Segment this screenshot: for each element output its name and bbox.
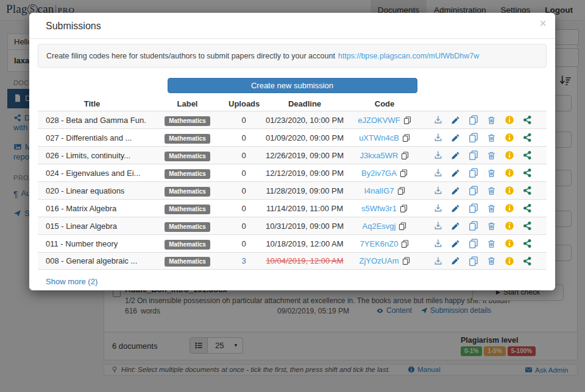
- delete-icon[interactable]: [487, 151, 496, 160]
- submission-title: 016 - Matrix Algebra: [38, 204, 146, 213]
- share-icon[interactable]: [522, 239, 532, 248]
- modal-header: Submissions ×: [29, 13, 555, 39]
- info-icon[interactable]: [505, 203, 514, 213]
- submission-code-link[interactable]: eJZOKVWF: [358, 116, 400, 125]
- duplicate-icon[interactable]: [469, 115, 478, 125]
- delete-icon[interactable]: [487, 222, 496, 231]
- share-icon[interactable]: [522, 186, 532, 195]
- duplicate-icon[interactable]: [469, 203, 478, 213]
- info-icon[interactable]: [505, 168, 514, 178]
- submission-row: 027 - Differentials and ... Mathematics …: [38, 128, 547, 146]
- show-more-link[interactable]: Show more (2): [46, 277, 98, 286]
- submission-row: 016 - Matrix Algebra Mathematics 0 11/14…: [38, 199, 547, 217]
- label-badge: Mathematics: [165, 134, 210, 144]
- submission-code-link[interactable]: 7YEK6nZ0: [360, 239, 399, 248]
- download-icon[interactable]: [433, 221, 443, 231]
- submission-label-cell: Mathematics: [146, 116, 229, 125]
- edit-icon[interactable]: [451, 116, 460, 125]
- label-badge: Mathematics: [165, 257, 210, 267]
- edit-icon[interactable]: [451, 222, 460, 231]
- delete-icon[interactable]: [487, 169, 496, 178]
- copy-code-icon[interactable]: [399, 222, 406, 231]
- edit-icon[interactable]: [451, 169, 460, 178]
- row-actions: [419, 150, 547, 160]
- download-icon[interactable]: [433, 186, 443, 195]
- submission-code-link[interactable]: I4nalIG7: [364, 186, 394, 195]
- download-icon[interactable]: [433, 133, 443, 142]
- submission-code-link[interactable]: By2iv7GA: [361, 169, 397, 178]
- share-icon[interactable]: [522, 150, 532, 160]
- modal-body: Create filing codes here for students/au…: [29, 44, 555, 286]
- label-badge: Mathematics: [165, 169, 210, 179]
- edit-icon[interactable]: [451, 256, 460, 265]
- delete-icon[interactable]: [487, 204, 496, 213]
- create-new-submission-button[interactable]: Create new submission: [168, 78, 417, 93]
- info-icon[interactable]: [505, 256, 514, 266]
- info-icon[interactable]: [505, 150, 514, 160]
- submission-title: 020 - Linear equations: [38, 186, 146, 195]
- share-icon[interactable]: [522, 115, 532, 125]
- close-icon[interactable]: ×: [539, 17, 547, 29]
- submission-code-link[interactable]: J3kxa5WR: [360, 151, 399, 160]
- info-icon[interactable]: [505, 133, 514, 142]
- submission-code-link[interactable]: s5Wfw3r1: [361, 204, 397, 213]
- info-icon[interactable]: [505, 239, 514, 248]
- info-icon[interactable]: [505, 115, 514, 125]
- deadline-value: 10/18/2019, 12:00 AM: [259, 239, 350, 248]
- info-icon[interactable]: [505, 221, 514, 231]
- submission-code-link[interactable]: uXTWn4cB: [359, 133, 399, 142]
- delete-icon[interactable]: [487, 133, 496, 142]
- edit-icon[interactable]: [451, 239, 460, 248]
- header-deadline: Deadline: [259, 99, 350, 108]
- delete-icon[interactable]: [487, 186, 496, 195]
- edit-icon[interactable]: [451, 133, 460, 142]
- duplicate-icon[interactable]: [469, 168, 478, 178]
- submission-title: 028 - Beta and Gamma Fun...: [38, 116, 146, 125]
- code-cell: J3kxa5WR: [350, 151, 419, 160]
- submission-title: 024 - Eigenvalues and Ei...: [38, 169, 146, 178]
- account-url-link[interactable]: https://bpse.plagscan.com/mUfWbDhw7w: [338, 52, 479, 60]
- delete-icon[interactable]: [487, 239, 496, 248]
- duplicate-icon[interactable]: [469, 150, 478, 160]
- share-icon[interactable]: [522, 221, 532, 231]
- copy-code-icon[interactable]: [403, 116, 411, 125]
- edit-icon[interactable]: [451, 151, 460, 160]
- submission-row: 024 - Eigenvalues and Ei... Mathematics …: [38, 164, 547, 181]
- download-icon[interactable]: [433, 203, 443, 213]
- submission-row: 011 - Number theory Mathematics 0 10/18/…: [38, 234, 547, 252]
- submission-code-link[interactable]: Aq2Esvgj: [363, 222, 396, 231]
- download-icon[interactable]: [433, 150, 443, 160]
- code-cell: eJZOKVWF: [350, 116, 419, 125]
- modal-title: Submissions: [46, 21, 539, 32]
- edit-icon[interactable]: [451, 204, 460, 213]
- share-icon[interactable]: [522, 256, 532, 266]
- copy-code-icon[interactable]: [401, 151, 409, 160]
- duplicate-icon[interactable]: [469, 221, 478, 231]
- submission-code-link[interactable]: ZjYOzUAm: [360, 256, 399, 265]
- download-icon[interactable]: [433, 115, 443, 125]
- download-icon[interactable]: [433, 239, 443, 248]
- code-cell: s5Wfw3r1: [350, 204, 419, 213]
- uploads-count: 0: [229, 186, 259, 195]
- info-icon[interactable]: [505, 186, 514, 195]
- submission-row: 015 - Linear Algebra Mathematics 0 10/31…: [38, 217, 547, 234]
- copy-code-icon[interactable]: [400, 169, 408, 178]
- delete-icon[interactable]: [487, 256, 496, 265]
- delete-icon[interactable]: [487, 116, 496, 125]
- duplicate-icon[interactable]: [469, 256, 478, 266]
- share-icon[interactable]: [522, 168, 532, 178]
- share-icon[interactable]: [522, 203, 532, 213]
- duplicate-icon[interactable]: [469, 133, 478, 142]
- copy-code-icon[interactable]: [401, 239, 409, 248]
- code-cell: uXTWn4cB: [350, 133, 419, 142]
- duplicate-icon[interactable]: [469, 186, 478, 195]
- share-icon[interactable]: [522, 133, 532, 142]
- duplicate-icon[interactable]: [469, 239, 478, 248]
- copy-code-icon[interactable]: [402, 133, 410, 142]
- download-icon[interactable]: [433, 168, 443, 178]
- download-icon[interactable]: [433, 256, 443, 266]
- copy-code-icon[interactable]: [402, 256, 410, 265]
- copy-code-icon[interactable]: [400, 204, 408, 213]
- edit-icon[interactable]: [451, 186, 460, 195]
- copy-code-icon[interactable]: [397, 186, 405, 195]
